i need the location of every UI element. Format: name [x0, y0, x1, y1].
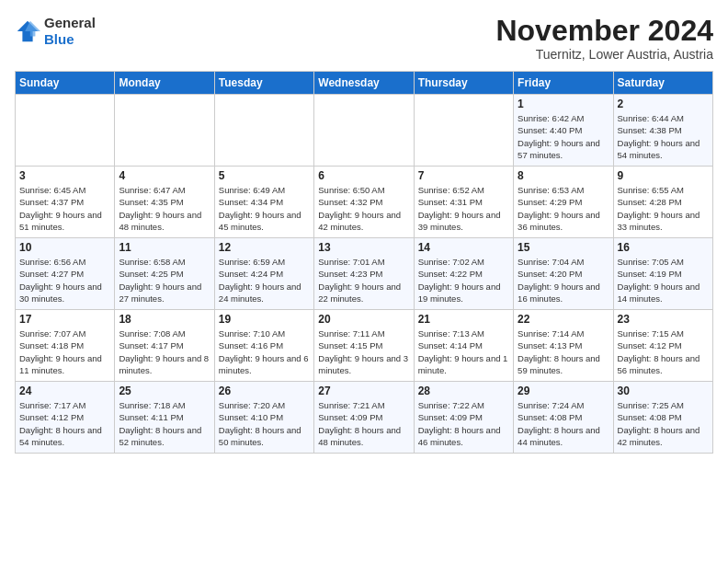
table-cell: 1Sunrise: 6:42 AM Sunset: 4:40 PM Daylig…: [514, 95, 613, 167]
day-info: Sunrise: 7:17 AM Sunset: 4:12 PM Dayligh…: [19, 399, 110, 448]
day-info: Sunrise: 6:50 AM Sunset: 4:32 PM Dayligh…: [318, 184, 409, 233]
table-cell: 22Sunrise: 7:14 AM Sunset: 4:13 PM Dayli…: [514, 310, 613, 382]
table-cell: 5Sunrise: 6:49 AM Sunset: 4:34 PM Daylig…: [214, 167, 313, 238]
col-saturday: Saturday: [613, 72, 712, 95]
day-info: Sunrise: 6:58 AM Sunset: 4:25 PM Dayligh…: [119, 256, 210, 304]
table-cell: 28Sunrise: 7:22 AM Sunset: 4:09 PM Dayli…: [414, 382, 513, 454]
table-cell: 9Sunrise: 6:55 AM Sunset: 4:28 PM Daylig…: [613, 167, 712, 238]
week-row-4: 17Sunrise: 7:07 AM Sunset: 4:18 PM Dayli…: [16, 310, 713, 382]
day-number: 3: [19, 169, 110, 182]
table-cell: [214, 95, 313, 167]
table-cell: 19Sunrise: 7:10 AM Sunset: 4:16 PM Dayli…: [214, 310, 313, 382]
logo: General Blue: [15, 15, 96, 48]
table-cell: 12Sunrise: 6:59 AM Sunset: 4:24 PM Dayli…: [214, 238, 313, 310]
day-info: Sunrise: 7:01 AM Sunset: 4:23 PM Dayligh…: [318, 256, 409, 304]
day-info: Sunrise: 7:15 AM Sunset: 4:12 PM Dayligh…: [618, 327, 709, 376]
table-cell: 21Sunrise: 7:13 AM Sunset: 4:14 PM Dayli…: [414, 310, 513, 382]
day-number: 20: [318, 313, 409, 326]
table-cell: 7Sunrise: 6:52 AM Sunset: 4:31 PM Daylig…: [414, 167, 513, 238]
day-number: 25: [119, 385, 210, 397]
header-row: Sunday Monday Tuesday Wednesday Thursday…: [16, 72, 713, 95]
day-info: Sunrise: 6:59 AM Sunset: 4:24 PM Dayligh…: [219, 256, 310, 304]
table-cell: 25Sunrise: 7:18 AM Sunset: 4:11 PM Dayli…: [115, 382, 214, 454]
day-number: 5: [219, 169, 310, 182]
week-row-2: 3Sunrise: 6:45 AM Sunset: 4:37 PM Daylig…: [16, 167, 713, 238]
day-number: 15: [518, 241, 609, 254]
table-cell: 23Sunrise: 7:15 AM Sunset: 4:12 PM Dayli…: [613, 310, 712, 382]
table-cell: 11Sunrise: 6:58 AM Sunset: 4:25 PM Dayli…: [115, 238, 214, 310]
day-info: Sunrise: 7:18 AM Sunset: 4:11 PM Dayligh…: [119, 399, 210, 448]
logo-text-blue: Blue: [44, 31, 96, 48]
day-number: 13: [318, 241, 409, 254]
table-cell: 20Sunrise: 7:11 AM Sunset: 4:15 PM Dayli…: [314, 310, 414, 382]
table-cell: 2Sunrise: 6:44 AM Sunset: 4:38 PM Daylig…: [613, 95, 712, 167]
table-cell: 3Sunrise: 6:45 AM Sunset: 4:37 PM Daylig…: [16, 167, 115, 238]
day-number: 16: [618, 241, 709, 254]
day-number: 18: [119, 313, 210, 326]
day-info: Sunrise: 7:20 AM Sunset: 4:10 PM Dayligh…: [219, 399, 310, 448]
day-info: Sunrise: 6:53 AM Sunset: 4:29 PM Dayligh…: [518, 184, 609, 233]
calendar-table: Sunday Monday Tuesday Wednesday Thursday…: [15, 71, 713, 454]
col-monday: Monday: [115, 72, 214, 95]
table-cell: 10Sunrise: 6:56 AM Sunset: 4:27 PM Dayli…: [16, 238, 115, 310]
table-cell: 29Sunrise: 7:24 AM Sunset: 4:08 PM Dayli…: [514, 382, 613, 454]
day-number: 24: [19, 385, 110, 397]
day-number: 11: [119, 241, 210, 254]
day-number: 6: [318, 169, 409, 182]
logo-text-general: General: [44, 15, 96, 31]
day-number: 30: [618, 385, 709, 397]
day-info: Sunrise: 6:55 AM Sunset: 4:28 PM Dayligh…: [618, 184, 709, 233]
day-info: Sunrise: 7:22 AM Sunset: 4:09 PM Dayligh…: [418, 399, 509, 448]
day-number: 8: [518, 169, 609, 182]
day-number: 1: [518, 98, 609, 110]
day-info: Sunrise: 7:04 AM Sunset: 4:20 PM Dayligh…: [518, 256, 609, 304]
week-row-3: 10Sunrise: 6:56 AM Sunset: 4:27 PM Dayli…: [16, 238, 713, 310]
col-friday: Friday: [514, 72, 613, 95]
day-number: 14: [418, 241, 509, 254]
day-number: 23: [618, 313, 709, 326]
table-cell: 18Sunrise: 7:08 AM Sunset: 4:17 PM Dayli…: [115, 310, 214, 382]
day-number: 12: [219, 241, 310, 254]
header: General Blue November 2024 Tuernitz, Low…: [15, 15, 713, 62]
day-info: Sunrise: 6:49 AM Sunset: 4:34 PM Dayligh…: [219, 184, 310, 233]
table-cell: 26Sunrise: 7:20 AM Sunset: 4:10 PM Dayli…: [214, 382, 313, 454]
day-info: Sunrise: 6:47 AM Sunset: 4:35 PM Dayligh…: [119, 184, 210, 233]
table-cell: 17Sunrise: 7:07 AM Sunset: 4:18 PM Dayli…: [16, 310, 115, 382]
day-number: 17: [19, 313, 110, 326]
table-cell: 8Sunrise: 6:53 AM Sunset: 4:29 PM Daylig…: [514, 167, 613, 238]
col-tuesday: Tuesday: [214, 72, 313, 95]
day-info: Sunrise: 7:11 AM Sunset: 4:15 PM Dayligh…: [318, 327, 409, 376]
day-number: 10: [19, 241, 110, 254]
page: General Blue November 2024 Tuernitz, Low…: [0, 0, 728, 461]
table-cell: 13Sunrise: 7:01 AM Sunset: 4:23 PM Dayli…: [314, 238, 414, 310]
location-title: Tuernitz, Lower Austria, Austria: [495, 47, 713, 62]
table-cell: 15Sunrise: 7:04 AM Sunset: 4:20 PM Dayli…: [514, 238, 613, 310]
day-number: 22: [518, 313, 609, 326]
day-info: Sunrise: 7:08 AM Sunset: 4:17 PM Dayligh…: [119, 327, 210, 376]
table-cell: [414, 95, 513, 167]
day-info: Sunrise: 6:42 AM Sunset: 4:40 PM Dayligh…: [518, 112, 609, 161]
col-thursday: Thursday: [414, 72, 513, 95]
day-info: Sunrise: 7:05 AM Sunset: 4:19 PM Dayligh…: [618, 256, 709, 304]
table-cell: 30Sunrise: 7:25 AM Sunset: 4:08 PM Dayli…: [613, 382, 712, 454]
table-cell: 6Sunrise: 6:50 AM Sunset: 4:32 PM Daylig…: [314, 167, 414, 238]
table-cell: 24Sunrise: 7:17 AM Sunset: 4:12 PM Dayli…: [16, 382, 115, 454]
day-number: 4: [119, 169, 210, 182]
day-info: Sunrise: 7:10 AM Sunset: 4:16 PM Dayligh…: [219, 327, 310, 376]
day-info: Sunrise: 7:13 AM Sunset: 4:14 PM Dayligh…: [418, 327, 509, 376]
table-cell: [314, 95, 414, 167]
day-info: Sunrise: 7:02 AM Sunset: 4:22 PM Dayligh…: [418, 256, 509, 304]
table-cell: [16, 95, 115, 167]
table-cell: 16Sunrise: 7:05 AM Sunset: 4:19 PM Dayli…: [613, 238, 712, 310]
day-info: Sunrise: 6:56 AM Sunset: 4:27 PM Dayligh…: [19, 256, 110, 304]
day-number: 19: [219, 313, 310, 326]
day-number: 21: [418, 313, 509, 326]
title-area: November 2024 Tuernitz, Lower Austria, A…: [495, 15, 713, 62]
day-info: Sunrise: 6:45 AM Sunset: 4:37 PM Dayligh…: [19, 184, 110, 233]
day-number: 7: [418, 169, 509, 182]
day-info: Sunrise: 7:24 AM Sunset: 4:08 PM Dayligh…: [518, 399, 609, 448]
table-cell: 4Sunrise: 6:47 AM Sunset: 4:35 PM Daylig…: [115, 167, 214, 238]
table-cell: 14Sunrise: 7:02 AM Sunset: 4:22 PM Dayli…: [414, 238, 513, 310]
day-number: 28: [418, 385, 509, 397]
col-sunday: Sunday: [16, 72, 115, 95]
